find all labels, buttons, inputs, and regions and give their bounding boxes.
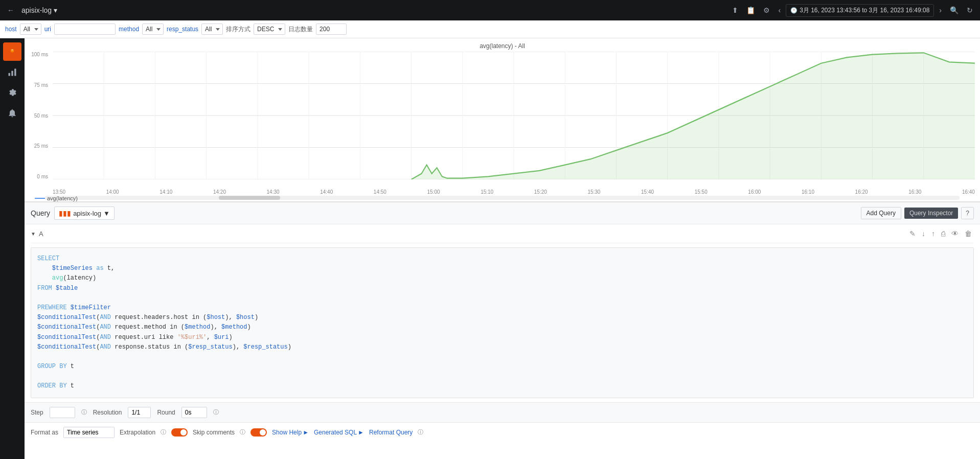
round-label: Round — [157, 409, 175, 416]
skip-comments-toggle[interactable] — [250, 428, 267, 437]
help-button[interactable]: ? — [961, 207, 974, 219]
x-label-1450: 14:50 — [374, 189, 386, 195]
method-select[interactable]: All — [142, 24, 164, 35]
query-panel: Query ▮▮▮ apisix-log ▼ Add Query Query I… — [25, 202, 980, 459]
legend-line — [35, 198, 45, 199]
legend-label: avg(latency) — [47, 195, 78, 201]
y-label-0: 0 ms — [37, 174, 48, 179]
scrollbar-thumb[interactable] — [219, 196, 280, 200]
uri-label: uri — [44, 26, 51, 33]
sidebar-item-flame[interactable] — [3, 42, 21, 61]
show-help-arrow: ► — [303, 429, 309, 436]
save-button[interactable]: 📋 — [743, 4, 758, 16]
share-button[interactable]: ⬆ — [729, 4, 741, 16]
uri-input[interactable] — [54, 24, 116, 35]
move-down-button[interactable]: ↓ — [920, 228, 927, 239]
sql-editor[interactable]: SELECT $timeSeries as t, avg(latency) FR… — [31, 247, 974, 398]
resolution-select[interactable]: 1/1 1/2 1/4 — [128, 407, 151, 418]
chart-legend: avg(latency) — [35, 195, 78, 201]
x-label-1350: 13:50 — [53, 189, 65, 195]
skip-comments-label: Skip comments — [193, 429, 235, 436]
top-bar-right: ⬆ 📋 ⚙ ‹ 🕐 3月 16, 2023 13:43:56 to 3月 16,… — [729, 4, 976, 17]
edit-query-button[interactable]: ✎ — [907, 228, 918, 239]
format-bar: Format as Time series Table Logs Extrapo… — [25, 422, 980, 442]
next-time-button[interactable]: › — [936, 4, 945, 16]
x-label-1400: 14:00 — [106, 189, 119, 195]
sort-label: 排序方式 — [226, 25, 250, 34]
prev-time-button[interactable]: ‹ — [775, 4, 784, 16]
generated-sql-button[interactable]: Generated SQL ► — [314, 429, 364, 436]
main-layout: avg(latency) - All 100 ms 75 ms 50 ms 25… — [0, 38, 980, 459]
content-area: avg(latency) - All 100 ms 75 ms 50 ms 25… — [25, 38, 980, 459]
round-input[interactable] — [181, 407, 207, 418]
collapse-button[interactable]: ▼ — [31, 231, 36, 237]
svg-rect-3 — [9, 73, 10, 76]
query-header: Query ▮▮▮ apisix-log ▼ Add Query Query I… — [25, 202, 980, 224]
resp-status-select[interactable]: All — [201, 24, 223, 35]
svg-marker-28 — [412, 53, 975, 179]
time-range-picker[interactable]: 🕐 3月 16, 2023 13:43:56 to 3月 16, 2023 16… — [786, 4, 934, 17]
step-input[interactable] — [50, 407, 75, 418]
scrollbar-area[interactable] — [25, 195, 980, 203]
reformat-query-button[interactable]: Reformat Query — [369, 429, 413, 436]
x-label-1500: 15:00 — [427, 189, 440, 195]
sidebar-item-chart[interactable] — [3, 63, 21, 81]
x-label-1640: 16:40 — [962, 189, 975, 195]
query-panel-label: Query — [31, 209, 50, 217]
generated-sql-arrow: ► — [358, 429, 364, 436]
x-label-1530: 15:30 — [587, 189, 600, 195]
query-section-a: ▼ A ✎ ↓ ↑ ⎙ 👁 🗑 SELECT $timeSeries as — [25, 224, 980, 442]
log-count-input[interactable] — [316, 24, 347, 35]
title-dropdown-icon[interactable]: ▾ — [54, 6, 57, 14]
refresh-button[interactable]: ↻ — [964, 4, 976, 16]
step-info-icon[interactable]: ⓘ — [81, 408, 87, 416]
format-as-select[interactable]: Time series Table Logs — [63, 427, 115, 438]
x-label-1410: 14:10 — [159, 189, 172, 195]
extrapolation-label: Extrapolation — [120, 429, 155, 436]
sort-select[interactable]: DESC ASC — [254, 24, 285, 35]
move-up-button[interactable]: ↑ — [929, 228, 937, 239]
format-as-label: Format as — [31, 429, 58, 436]
resp-status-label: resp_status — [167, 26, 198, 33]
resolution-label: Resolution — [93, 409, 122, 416]
sidebar-item-bell[interactable] — [3, 104, 21, 122]
y-label-100: 100 ms — [31, 52, 48, 57]
add-query-button[interactable]: Add Query — [861, 207, 901, 219]
query-inspector-button[interactable]: Query Inspector — [904, 208, 958, 219]
x-axis: 13:50 14:00 14:10 14:20 14:30 14:40 14:5… — [53, 189, 975, 195]
toggle-visibility-button[interactable]: 👁 — [949, 228, 961, 239]
back-button[interactable]: ← — [4, 4, 17, 16]
delete-query-button[interactable]: 🗑 — [963, 228, 974, 239]
svg-rect-5 — [14, 68, 16, 76]
host-select[interactable]: All — [20, 24, 41, 35]
y-label-75: 75 ms — [34, 82, 48, 88]
x-label-1620: 16:20 — [855, 189, 868, 195]
step-label: Step — [31, 409, 43, 416]
x-label-1550: 15:50 — [695, 189, 708, 195]
reformat-info-icon[interactable]: ⓘ — [418, 428, 423, 436]
chart-area: avg(latency) - All 100 ms 75 ms 50 ms 25… — [25, 38, 980, 202]
log-count-label: 日志数量 — [288, 25, 313, 34]
sidebar-item-settings[interactable] — [3, 83, 21, 102]
extrapolation-toggle[interactable] — [171, 428, 188, 437]
skip-comments-info-icon[interactable]: ⓘ — [240, 428, 245, 436]
query-header-right: Add Query Query Inspector ? — [861, 207, 974, 219]
duplicate-query-button[interactable]: ⎙ — [939, 228, 947, 239]
query-a-header: ▼ A ✎ ↓ ↑ ⎙ 👁 🗑 — [31, 224, 974, 243]
round-info-icon[interactable]: ⓘ — [213, 408, 219, 416]
query-a-left: ▼ A — [31, 230, 43, 238]
title-text: apisix-log — [21, 6, 52, 14]
x-label-1510: 15:10 — [481, 189, 493, 195]
host-label: host — [5, 26, 17, 33]
search-zoom-button[interactable]: 🔍 — [947, 4, 962, 16]
x-label-1610: 16:10 — [802, 189, 814, 195]
settings-button[interactable]: ⚙ — [760, 4, 773, 16]
y-label-25: 25 ms — [34, 143, 48, 149]
query-options-bar: Step ⓘ Resolution 1/1 1/2 1/4 Round ⓘ — [25, 402, 980, 422]
datasource-icon: ▮▮▮ — [59, 209, 71, 217]
method-label: method — [119, 26, 139, 33]
show-help-button[interactable]: Show Help ► — [272, 429, 309, 436]
extrapolation-info-icon[interactable]: ⓘ — [161, 428, 166, 436]
x-label-1520: 15:20 — [534, 189, 547, 195]
datasource-selector[interactable]: ▮▮▮ apisix-log ▼ — [54, 206, 115, 220]
